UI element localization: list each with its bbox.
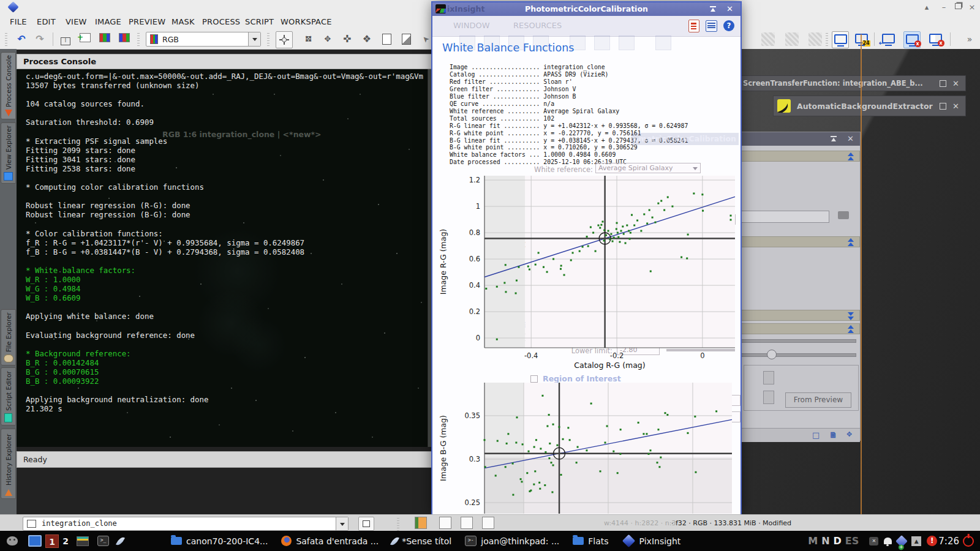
screen-stf-icon[interactable] xyxy=(832,31,849,48)
wbf-titlebar[interactable]: ixInsight PhotometricColorCalibration ✕ xyxy=(432,2,741,16)
text-report-icon[interactable] xyxy=(706,20,717,32)
pcc-slider-track[interactable] xyxy=(741,353,856,357)
pcc-reset-icon[interactable]: ✥ xyxy=(846,430,852,438)
indicator-n[interactable]: N xyxy=(820,535,831,547)
redo-icon[interactable]: ↷ xyxy=(32,31,48,47)
stf-close-icon[interactable]: ✕ xyxy=(952,79,959,88)
dock-tab-history-explorer[interactable]: History Explorer xyxy=(1,429,16,499)
pcc-titlebar[interactable]: ✕ xyxy=(741,132,860,146)
tray-notifications-icon[interactable] xyxy=(884,538,892,544)
pcc-close-icon[interactable]: ✕ xyxy=(847,134,854,143)
reset-stf-half-icon[interactable]: x xyxy=(927,31,943,47)
task-canon70-200-ic4-[interactable]: canon70-200-IC4... xyxy=(164,531,274,551)
expand-windows-icon[interactable]: ✥ xyxy=(297,28,320,51)
select-window-icon[interactable] xyxy=(398,31,414,47)
view-selector-arrow[interactable] xyxy=(336,517,348,530)
stf-window-titlebar[interactable]: ScreenTransferFunction: integration_ABE_… xyxy=(739,75,966,91)
menu-preview[interactable]: PREVIEW xyxy=(129,17,165,26)
reset-stf-icon[interactable]: x xyxy=(903,31,921,48)
channel-selector-arrow[interactable] xyxy=(248,32,260,46)
pcc-spinner[interactable] xyxy=(763,371,774,384)
minimize-button[interactable]: – xyxy=(937,2,951,12)
menu-view[interactable]: VIEW xyxy=(66,17,87,26)
view-selector[interactable]: integration_clone xyxy=(23,517,349,531)
dock-tab-file-explorer[interactable]: File Explorer xyxy=(1,309,16,365)
pcc-section-bar[interactable] xyxy=(741,236,860,247)
rgb-window-alt-icon[interactable] xyxy=(116,31,132,47)
archive-launcher[interactable] xyxy=(72,531,93,551)
indicator-es[interactable]: ES xyxy=(843,535,861,547)
rgb-window-icon[interactable] xyxy=(97,31,113,47)
restore-button[interactable] xyxy=(951,2,965,11)
abe-restore-icon[interactable] xyxy=(940,103,946,110)
toolbar-grip[interactable] xyxy=(5,32,7,46)
task-flats[interactable]: Flats xyxy=(566,531,615,551)
workspace-1-button[interactable]: 1 xyxy=(45,534,59,548)
task-joan-thinkpad-[interactable]: >-joan@thinkpad: ... xyxy=(458,531,566,551)
channel-selector[interactable]: RGB xyxy=(146,32,261,47)
abe-window-titlebar[interactable]: AutomaticBackgroundExtractor ✕ xyxy=(773,96,966,116)
menu-edit[interactable]: EDIT xyxy=(37,17,56,26)
console-output[interactable]: c.u=deg&-out.form=|&-out.max=50000&-out.… xyxy=(17,69,428,447)
tray-alert-icon[interactable]: ! xyxy=(927,536,937,546)
center-image-icon[interactable]: ❖ xyxy=(359,31,375,47)
close-window-button[interactable]: × xyxy=(965,2,979,12)
menu-image[interactable]: IMAGE xyxy=(95,17,121,26)
menu-workspace[interactable]: WORKSPACE xyxy=(281,17,332,26)
shade-window-button[interactable]: ▴ xyxy=(920,2,933,12)
apply-stf-icon[interactable]: ← xyxy=(880,31,896,47)
shrink-windows-icon[interactable]: ✥ xyxy=(320,31,336,47)
new-window-icon[interactable]: + xyxy=(77,31,93,47)
pcc-section-bar[interactable] xyxy=(741,310,860,321)
fit-window-icon[interactable] xyxy=(379,31,394,47)
power-icon[interactable] xyxy=(963,536,974,547)
workspace-splitter[interactable] xyxy=(861,34,862,514)
abe-close-icon[interactable]: ✕ xyxy=(952,102,959,111)
pcc-output-dir-input[interactable] xyxy=(741,211,829,223)
pan-mode-icon[interactable]: ✜ xyxy=(339,31,355,47)
stf-restore-icon[interactable] xyxy=(940,80,946,87)
wbf-close-icon[interactable]: ✕ xyxy=(726,4,733,13)
pcc-section-bar[interactable] xyxy=(741,151,860,162)
mask-show-icon[interactable] xyxy=(809,32,822,46)
pcc-browse-doc-icon[interactable]: 🗎 xyxy=(829,430,837,440)
pcc-folder-icon[interactable] xyxy=(838,211,849,219)
dock-tab-view-explorer[interactable]: View Explorer xyxy=(1,122,16,184)
pcc-slider-knob[interactable] xyxy=(767,350,777,359)
workspace-thumb-3[interactable] xyxy=(461,517,473,529)
dock-tab-script-editor[interactable]: Script Editor xyxy=(1,367,16,425)
pcc-section-bar[interactable] xyxy=(741,323,860,334)
mask-edit-icon[interactable] xyxy=(761,32,775,46)
window-list-button[interactable] xyxy=(24,531,45,551)
help-icon[interactable]: ? xyxy=(723,20,734,31)
menu-mask[interactable]: MASK xyxy=(172,17,195,26)
identifier-icon[interactable]: I xyxy=(58,31,74,47)
new-view-button[interactable] xyxy=(358,517,374,531)
workspace-2-button[interactable]: 2 xyxy=(59,534,72,548)
pcc-spinner[interactable] xyxy=(763,391,774,404)
mask-enable-icon[interactable] xyxy=(785,32,799,46)
gimp-launcher[interactable] xyxy=(0,531,24,551)
pcc-newinstance-icon[interactable]: □ xyxy=(812,430,820,440)
workspace-thumb-2[interactable] xyxy=(439,517,451,529)
menu-script[interactable]: SCRIPT xyxy=(245,17,274,26)
menu-process[interactable]: PROCESS xyxy=(202,17,240,26)
pcc-shade-icon[interactable] xyxy=(831,136,838,142)
tray-updates-icon[interactable]: ▲ xyxy=(911,536,921,546)
indicator-d[interactable]: D xyxy=(832,535,843,547)
track-view-icon[interactable] xyxy=(276,31,293,48)
task--sense-t-tol[interactable]: *Sense títol xyxy=(385,531,458,551)
toolbar-overflow-icon[interactable]: » xyxy=(962,31,978,47)
dock-tab-process-console[interactable]: Process Console xyxy=(1,52,16,119)
menu-file[interactable]: FILE xyxy=(10,17,27,26)
from-preview-button[interactable]: From Preview xyxy=(785,392,851,408)
undo-icon[interactable]: ↶ xyxy=(13,31,29,47)
terminal-launcher[interactable]: >_ xyxy=(93,531,113,551)
export-pdf-icon[interactable] xyxy=(688,20,699,32)
workspace-thumb-1[interactable] xyxy=(415,517,427,529)
pcc-slider-track[interactable] xyxy=(741,339,856,343)
editor-launcher[interactable] xyxy=(113,531,127,551)
wbf-shade-icon[interactable] xyxy=(710,6,717,12)
indicator-m[interactable]: M xyxy=(806,535,820,547)
console-header[interactable]: Process Console xyxy=(17,54,432,69)
